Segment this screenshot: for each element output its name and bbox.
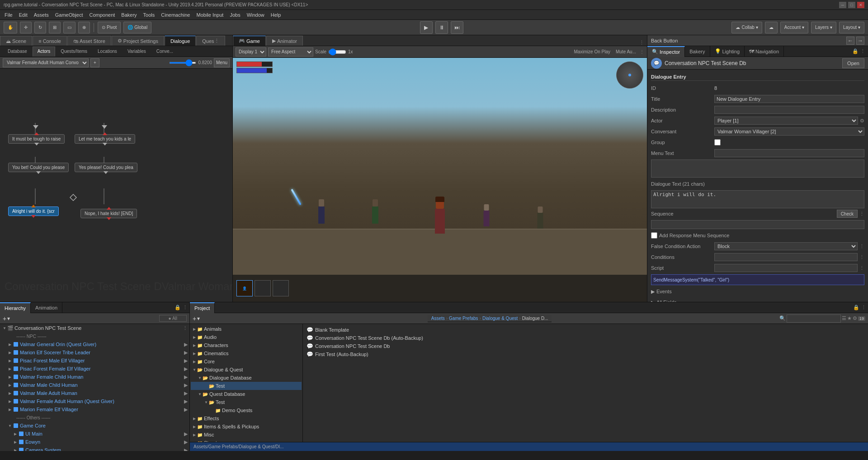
script-input-box[interactable] [714,264,858,272]
npc-item-1[interactable]: ▶ Marion Elf Socerer Tribe Leader ▶ [0,348,189,357]
menu-gameobject[interactable]: GameObject [52,11,86,19]
cloud-btn[interactable]: ☁ [765,22,778,33]
menu-help[interactable]: Help [268,11,284,19]
tab-animation[interactable]: Animation [31,302,62,313]
add-conversation-btn[interactable]: + [90,58,99,67]
folder-dialogue-quest[interactable]: ▼ 📂 Dialogue & Quest [191,366,302,374]
tab-inspector[interactable]: 🔍 Inspector [647,46,685,57]
script-value-display[interactable]: SendMessageSystem("Talked", "Girl") [651,274,864,285]
subtab-conve[interactable]: Conve... [151,47,178,56]
dialogue-node-4[interactable]: Yes please! Could you plea [75,163,137,172]
project-file-list[interactable]: 💬 Blank Template 💬 Conversation NPC Test… [303,324,868,442]
pause-btn[interactable]: ⏸ [435,21,448,34]
root-more[interactable]: ⋮ [183,325,189,331]
move-tool-btn[interactable]: ✛ [20,22,32,33]
project-add-btn[interactable]: + [193,315,196,322]
aspect-select[interactable]: Free Aspect [268,47,313,56]
search-icon[interactable]: 🔍 [779,315,786,321]
view-icon[interactable]: ☰ [842,315,846,321]
npc-item-5[interactable]: ▶ Valmar Male Child Human ▶ [0,381,189,389]
inspector-more-icon[interactable]: ⋮ [860,48,865,54]
tab-asset-store[interactable]: 🛍 Asset Store [67,36,111,46]
dialogue-node-6[interactable]: Nope, I hate kids! [END] [80,209,137,218]
project-lock-icon[interactable]: 🔒 [853,305,859,310]
tab-project[interactable]: Project [190,302,215,313]
conditions-more[interactable]: ⋮ [859,254,864,260]
project-search-input[interactable] [787,314,841,323]
file-2[interactable]: 💬 Conversation NPC Test Scene Db [305,342,866,350]
menu-jobs[interactable]: Jobs [227,11,243,19]
add-dropdown-btn[interactable]: ▾ [7,315,10,322]
subtab-quests[interactable]: Quests/Items [56,47,92,56]
rect-tool-btn[interactable]: ▭ [63,22,75,33]
game-core-item[interactable]: ▼ Game Core [0,422,189,430]
layout-btn[interactable]: Layout ▾ [839,22,864,33]
folder-audio[interactable]: ▶ 📁 Audio [191,333,302,341]
menu-btn[interactable]: Menu [214,58,230,67]
breadcrumb-assets[interactable]: Assets [431,316,445,321]
gc-item-0[interactable]: ▶ UI Main ▶ [0,430,189,438]
actor-select[interactable]: Player [1] [714,117,858,125]
file-3[interactable]: 💬 First Test (Auto-Backup) [305,350,866,358]
tab-dialogue[interactable]: Dialogue [165,36,196,46]
transform-tool-btn[interactable]: ⊕ [78,22,90,33]
breadcrumb-dialogue[interactable]: Dialogue & Quest [482,316,518,321]
display-select[interactable]: Display 1 [236,47,266,56]
npc-item-8[interactable]: ▶ Marion Female Elf Villager ▶ [0,405,189,413]
conversant-select[interactable]: Valmar Woman Villager [2] [714,127,864,136]
file-1[interactable]: 💬 Conversation NPC Test Scene Db (Auto-B… [305,334,866,342]
npc-item-2[interactable]: ▶ Pisac Forest Male Elf Villager ▶ [0,357,189,365]
tab-game[interactable]: 🎮 Game [233,36,266,46]
group-checkbox[interactable] [714,139,721,146]
menu-mobileinput[interactable]: Mobile Input [193,11,226,19]
project-more-icon[interactable]: ⋮ [861,305,866,310]
gc-item-2[interactable]: ▶ Camera System ▶ [0,446,189,451]
add-response-checkbox[interactable] [651,232,657,239]
menu-component[interactable]: Component [86,11,118,19]
tab-bakery[interactable]: Bakery [685,46,710,57]
menu-text-multiline[interactable] [651,160,864,178]
scale-slider[interactable] [328,48,346,56]
folder-core[interactable]: ▶ 📁 Core [191,357,302,366]
account-btn[interactable]: Account ▾ [780,22,808,33]
npc-item-4[interactable]: ▶ Valmar Female Child Human ▶ [0,373,189,381]
maximize-btn[interactable]: □ [848,2,855,8]
folder-misc[interactable]: ▶ 📁 Misc [191,431,302,439]
collab-btn[interactable]: ☁ Collab ▾ [731,22,762,33]
root-item[interactable]: ▼ 🎬 Conversation NPC Test Scene ⋮ [0,324,189,332]
npc-item-7[interactable]: ▶ Valmar Female Adult Human (Quest Giver… [0,397,189,405]
menu-text-input[interactable] [714,149,864,157]
subtab-variables[interactable]: Variables [123,47,151,56]
description-input[interactable] [714,106,864,114]
npc-item-3[interactable]: ▶ Pisac Forest Female Elf Villager ▶ [0,365,189,373]
menu-edit[interactable]: Edit [16,11,30,19]
sequence-input[interactable] [651,220,864,229]
dialogue-node-1[interactable]: It must be tough to raise [8,134,65,144]
folder-demo-quests[interactable]: 📁 Demo Quests [191,406,302,414]
folder-dialogue-db[interactable]: ▼ 📂 Dialogue Database [191,374,302,382]
add-btn[interactable]: + [3,315,6,322]
tab-project-settings[interactable]: ⚙ Project Settings [112,36,164,46]
gc-item-1[interactable]: ▶ Eowyn ▶ [0,438,189,446]
folder-structures[interactable]: ▶ 📁 Structures [191,439,302,442]
hierarchy-content[interactable]: ▼ 🎬 Conversation NPC Test Scene ⋮ ------… [0,324,189,451]
npc-item-6[interactable]: ▶ Valmar Male Adult Human ▶ [0,389,189,397]
subtab-actors[interactable]: Actors [33,47,55,56]
layers-btn[interactable]: Layers ▾ [811,22,836,33]
forward-nav-btn[interactable]: → [856,37,864,45]
tab-console[interactable]: ≡ Console [33,36,67,46]
tab-quests[interactable]: Ques ⋮ [196,36,225,46]
open-btn[interactable]: Open [842,58,864,68]
false-condition-more[interactable]: ⋮ [859,244,864,249]
actor-settings-icon[interactable]: ⚙ [860,118,864,124]
folder-effects[interactable]: ▶ 📁 Effects [191,414,302,422]
menu-cinemachine[interactable]: Cinemachine [158,11,193,19]
tab-lighting[interactable]: 💡 Lighting [710,46,745,57]
folder-quest-db[interactable]: ▼ 📂 Quest Database [191,390,302,398]
tab-hierarchy[interactable]: Hierarchy [0,302,31,313]
minimize-btn[interactable]: ─ [839,2,846,8]
star-icon[interactable]: ★ [847,315,852,321]
title-input[interactable] [714,95,864,103]
scale-tool-btn[interactable]: ⊞ [49,22,61,33]
script-more[interactable]: ⋮ [859,265,864,271]
